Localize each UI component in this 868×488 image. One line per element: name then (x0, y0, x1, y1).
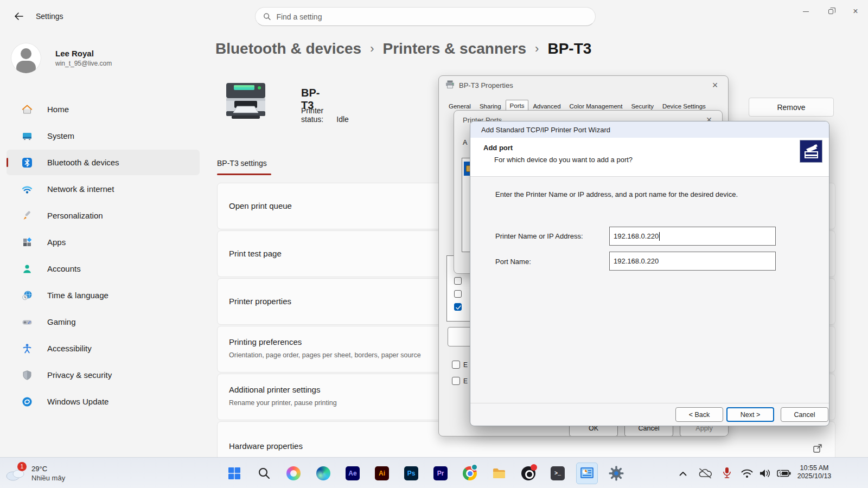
sidebar-item-label: Accounts (47, 264, 81, 273)
sidebar-item-label: Home (47, 105, 69, 114)
sidebar-item-label: Gaming (47, 317, 76, 326)
next-button[interactable]: Next > (726, 407, 774, 422)
sidebar-item-apps[interactable]: Apps (7, 229, 200, 255)
premiere-button[interactable]: Pr (430, 463, 451, 484)
sidebar-item-label: Personalization (47, 211, 103, 220)
chevron-up-icon (679, 471, 687, 476)
wifi-tray-button[interactable] (739, 463, 755, 484)
search-input[interactable] (276, 12, 588, 21)
desktop: Settings × Lee Royal win_t_95@live.com H… (0, 0, 868, 488)
sidebar-item-label: Apps (47, 237, 66, 247)
properties-close-icon[interactable]: × (709, 79, 722, 92)
onedrive-status-button[interactable] (696, 463, 714, 484)
sidebar-item-network-internet[interactable]: Network & internet (7, 176, 200, 202)
tab-ports[interactable]: Ports (506, 100, 529, 111)
sidebar-item-windows-update[interactable]: Windows Update (7, 389, 200, 414)
start-button[interactable] (224, 463, 245, 484)
control-panel-icon (580, 466, 594, 480)
enable-checkbox-2[interactable]: E (452, 377, 468, 385)
port-name-input[interactable]: 192.168.0.220 (609, 252, 776, 271)
file-explorer-button[interactable] (488, 463, 510, 484)
tab-printer-settings[interactable]: BP-T3 settings (217, 159, 267, 168)
breadcrumb: Bluetooth & devices › Printers & scanner… (215, 40, 591, 57)
sidebar-item-accessibility[interactable]: Accessibility (7, 336, 200, 361)
microphone-icon (723, 467, 731, 480)
ip-address-input[interactable]: 192.168.0.220 (609, 227, 776, 246)
port-checkbox-checked[interactable] (454, 303, 462, 311)
ports-label-fragment: A (463, 139, 467, 146)
taskbar-search-button[interactable] (253, 463, 275, 484)
after-effects-button[interactable]: Ae (342, 463, 363, 484)
remove-button[interactable]: Remove (749, 98, 834, 117)
sidebar-item-accounts[interactable]: Accounts (7, 256, 200, 281)
settings-gear-button[interactable] (605, 463, 627, 484)
clock[interactable]: 10:55 AM 2025/10/13 (789, 463, 839, 484)
wizard-cancel-button[interactable]: Cancel (781, 407, 828, 422)
sidebar-item-gaming[interactable]: Gaming (7, 309, 200, 335)
port-name-value: 192.168.0.220 (614, 257, 659, 265)
external-link-icon[interactable] (813, 444, 822, 453)
port-checkbox[interactable] (454, 290, 462, 298)
sidebar-item-label: Accessibility (47, 344, 92, 353)
printer-status-value: Idle (336, 115, 349, 124)
wizard-instruction: Enter the Printer Name or IP address, an… (495, 190, 738, 198)
edge-button[interactable] (312, 463, 334, 484)
sidebar-item-system[interactable]: System (7, 123, 200, 149)
settings-titlebar: Settings × (0, 0, 868, 33)
back-button[interactable]: < Back (675, 407, 723, 422)
photoshop-button[interactable]: Ps (400, 463, 422, 484)
sidebar-item-privacy-security[interactable]: Privacy & security (7, 362, 200, 388)
copilot-button[interactable] (283, 463, 304, 484)
port-checkbox[interactable] (454, 277, 462, 285)
sidebar: Lee Royal win_t_95@live.com Home System … (0, 33, 207, 457)
chrome-button[interactable] (459, 463, 481, 484)
search-box[interactable] (255, 7, 596, 26)
minimize-button[interactable] (793, 0, 818, 23)
card-title: Open print queue (229, 201, 292, 210)
search-icon (258, 467, 271, 480)
wifi-icon (741, 469, 753, 478)
enable-checkbox-1[interactable]: E (452, 361, 468, 369)
illustrator-icon: Ai (375, 466, 389, 480)
illustrator-button[interactable]: Ai (371, 463, 393, 484)
sidebar-item-home[interactable]: Home (7, 97, 200, 122)
obs-button[interactable] (518, 463, 539, 484)
breadcrumb-printers-scanners[interactable]: Printers & scanners (383, 40, 527, 57)
user-profile[interactable]: Lee Royal win_t_95@live.com (11, 40, 195, 76)
printer-icon (221, 81, 271, 125)
active-app-button[interactable] (576, 463, 598, 484)
terminal-icon: >_ (551, 466, 565, 480)
breadcrumb-bluetooth-devices[interactable]: Bluetooth & devices (215, 40, 361, 57)
close-button[interactable]: × (843, 0, 868, 23)
sidebar-item-time-language[interactable]: Time & language (7, 282, 200, 308)
app-title: Settings (36, 12, 63, 21)
accessibility-icon (22, 343, 33, 354)
microphone-button[interactable] (719, 463, 735, 484)
printer-status: Printer status:Idle (301, 106, 349, 124)
restore-button[interactable] (818, 0, 843, 23)
copilot-icon (286, 466, 301, 480)
cloud-off-icon (698, 468, 712, 479)
terminal-button[interactable]: >_ (547, 463, 569, 484)
system-icon (22, 131, 33, 142)
volume-button[interactable] (756, 463, 774, 484)
sidebar-item-label: Windows Update (47, 397, 108, 406)
checkbox-icon (452, 361, 460, 369)
shield-icon (22, 370, 33, 381)
sidebar-item-label: Bluetooth & devices (47, 158, 119, 167)
speaker-icon (759, 468, 771, 478)
back-button[interactable] (8, 8, 29, 25)
wizard-separator (470, 403, 829, 403)
checkbox-label-fragment: E (463, 361, 468, 369)
card-subtitle: Rename your printer, pause printing (229, 399, 337, 407)
properties-dialog-titlebar: BP-T3 Properties × (439, 76, 728, 94)
wizard-heading: Add port (483, 144, 513, 152)
weather-widget[interactable]: 1 29°C Nhiều mây (4, 460, 102, 486)
card-title: Printing preferences (229, 337, 302, 346)
folder-icon (492, 466, 506, 480)
sidebar-item-bluetooth-devices[interactable]: Bluetooth & devices (7, 150, 200, 175)
sidebar-item-personalization[interactable]: Personalization (7, 203, 200, 228)
ip-address-label: Printer Name or IP Address: (495, 232, 583, 240)
sidebar-item-label: Network & internet (47, 184, 114, 194)
tray-chevron-button[interactable] (674, 463, 692, 484)
